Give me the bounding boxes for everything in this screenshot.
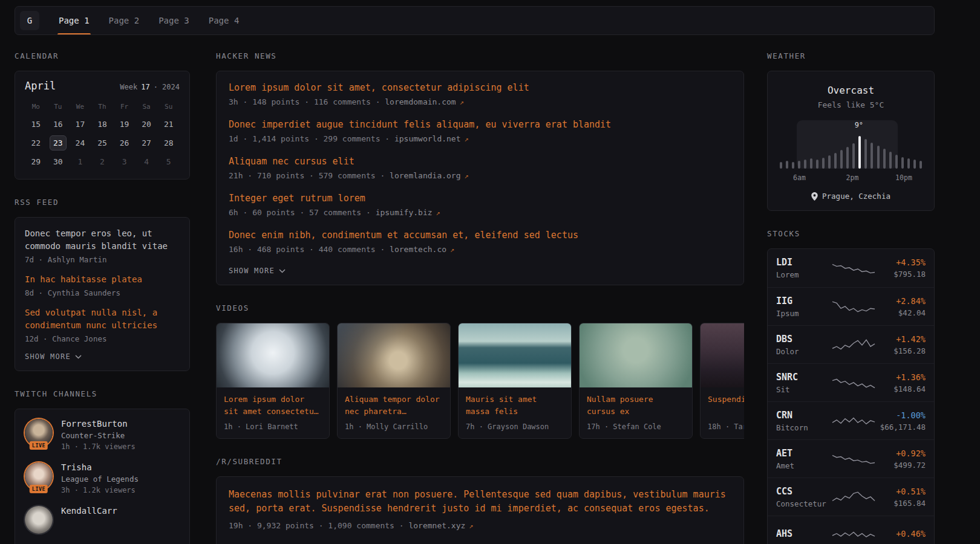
weather-hour-bar	[864, 139, 867, 169]
stock-name: Amet	[776, 461, 832, 470]
page-tab-label: Page 3	[158, 16, 189, 25]
stock-row: CRN Bitcorn -1.00% $66,171.48	[768, 401, 934, 439]
hn-story-link[interactable]: Aliquam nec cursus elit	[229, 156, 731, 167]
weather-hour-bar	[816, 160, 818, 169]
stock-values: +1.36% $148.64	[875, 372, 926, 393]
stock-values: +4.35% $795.18	[875, 257, 926, 279]
hn-story-domain-link[interactable]: loremlandia.org	[390, 171, 460, 180]
calendar-day-number: 15	[27, 117, 44, 132]
hn-story-link[interactable]: Donec imperdiet augue tincidunt felis al…	[229, 119, 731, 130]
rss-article-link[interactable]: Sed volutpat nulla nisl, a condimentum n…	[25, 306, 180, 332]
stocks-widget: STOCKS LDI Lorem +4.35% $795.18 IIG Ipsu…	[767, 229, 935, 544]
hn-story-link[interactable]: Donec enim nibh, condimentum et accumsan…	[229, 230, 731, 241]
video-card[interactable]: Mauris sit amet massa felis 7h · Grayson…	[458, 323, 572, 439]
hn-story-stats: 1d · 1,414 points · 299 comments ·	[229, 134, 394, 143]
hn-story-domain-link[interactable]: loremtech.co	[390, 245, 446, 254]
rss-article-link[interactable]: In hac habitasse platea	[25, 273, 180, 286]
video-card[interactable]: Suspendisse diam 18h · Tara	[700, 323, 744, 439]
stock-ticker: SNRC	[776, 372, 832, 383]
rss-show-more-button[interactable]: SHOW MORE	[25, 352, 82, 361]
video-card-body: Lorem ipsum dolor sit amet consectetu… 1…	[217, 387, 329, 438]
page-tabs: Page 1 Page 2 Page 3 Page 4	[57, 7, 257, 34]
middle-column: HACKER NEWS Lorem ipsum dolor sit amet, …	[216, 51, 744, 544]
time-tick: 10pm	[895, 173, 912, 182]
stock-row: IIG Ipsum +2.84% $42.04	[768, 287, 934, 325]
channel-name[interactable]: KendallCarr	[61, 506, 117, 516]
video-thumbnail[interactable]	[459, 323, 571, 387]
calendar-card: April Week 17 · 2024 MoTuWeThFrSaSu 15 1…	[15, 71, 190, 180]
video-card[interactable]: Nullam posuere cursus ex 17h · Stefan Co…	[579, 323, 693, 439]
twitch-channel[interactable]: LIVE Trisha League of Legends 3h · 1.2k …	[25, 462, 180, 494]
channel-name[interactable]: ForrestBurton	[61, 419, 136, 429]
stock-identity: CCS Consectetur	[776, 486, 832, 508]
calendar-day: 21	[157, 117, 180, 132]
weather-hour-bar	[798, 161, 800, 169]
video-card[interactable]: Lorem ipsum dolor sit amet consectetu… 1…	[216, 323, 330, 439]
video-title[interactable]: Lorem ipsum dolor sit amet consectetu…	[224, 393, 322, 418]
weather-chart: 9°	[777, 120, 924, 169]
videos-section-title: VIDEOS	[216, 303, 744, 312]
calendar-day-number: 22	[27, 135, 44, 151]
stock-sparkline	[832, 261, 875, 276]
hn-story-domain-link[interactable]: loremdomain.com	[385, 97, 456, 106]
video-title[interactable]: Suspendisse diam	[708, 393, 744, 418]
stock-name: Ipsum	[776, 309, 832, 318]
stock-ticker: CRN	[776, 410, 832, 421]
video-thumbnail[interactable]	[701, 323, 744, 387]
twitch-channel[interactable]: KendallCarr	[25, 506, 180, 534]
hn-story-meta: 16h · 468 points · 440 comments · loremt…	[229, 245, 731, 254]
hn-story-domain-link[interactable]: ipsumify.biz	[376, 208, 433, 217]
stock-price: $795.18	[875, 270, 926, 279]
page-tab[interactable]: Page 2	[108, 7, 141, 34]
rss-article-link[interactable]: Donec tempor eros leo, ut commodo mauris…	[25, 227, 180, 253]
video-title[interactable]: Nullam posuere cursus ex	[587, 393, 685, 418]
calendar-day-number: 24	[71, 135, 88, 151]
video-meta: 1h · Molly Carrillo	[345, 423, 443, 431]
app-logo[interactable]: G	[20, 11, 39, 30]
video-thumbnail[interactable]	[217, 323, 329, 387]
left-column: CALENDAR April Week 17 · 2024 MoTuWeThFr…	[15, 51, 190, 544]
stock-change: +4.35%	[875, 257, 926, 267]
calendar-week-label: Week 17 · 2024	[120, 83, 180, 91]
video-card[interactable]: Aliquam tempor dolor nec pharetra… 1h · …	[337, 323, 451, 439]
page-tab[interactable]: Page 4	[207, 7, 241, 34]
subreddit-post: Maecenas mollis pulvinar erat non posuer…	[229, 488, 731, 530]
hacker-news-card: Lorem ipsum dolor sit amet, consectetur …	[216, 71, 744, 285]
video-thumbnail[interactable]	[580, 323, 692, 387]
calendar-day-number: 25	[94, 135, 111, 151]
top-nav: G Page 1 Page 2 Page 3 Page 4	[15, 6, 935, 35]
calendar-weekday: Sa	[136, 103, 158, 111]
stock-price: $165.84	[875, 499, 926, 508]
channel-name[interactable]: Trisha	[61, 462, 139, 472]
weather-hour-bar	[852, 143, 855, 169]
hn-story-domain-link[interactable]: ipsumworld.net	[394, 134, 461, 143]
calendar-day: 2	[91, 154, 114, 169]
stock-sparkline	[832, 451, 875, 467]
stock-values: -1.00% $66,171.48	[875, 410, 926, 432]
subreddit-post-link[interactable]: Maecenas mollis pulvinar erat non posuer…	[229, 488, 731, 516]
stock-ticker: AHS	[776, 528, 832, 539]
stock-name: Sit	[776, 385, 832, 394]
subreddit-post-domain-link[interactable]: loremnet.xyz	[408, 521, 465, 530]
channel-avatar: LIVE	[25, 462, 53, 490]
weather-current-temp: 9°	[855, 121, 863, 129]
video-thumbnail[interactable]	[338, 323, 450, 387]
stock-change: +0.51%	[875, 487, 926, 496]
videos-scroll-row[interactable]: Lorem ipsum dolor sit amet consectetu… 1…	[216, 323, 744, 439]
stock-identity: AET Amet	[776, 448, 832, 470]
weather-hour-bar	[877, 146, 880, 169]
hn-show-more-button[interactable]: SHOW MORE	[229, 267, 286, 275]
video-title[interactable]: Mauris sit amet massa felis	[466, 393, 564, 418]
hn-story-link[interactable]: Lorem ipsum dolor sit amet, consectetur …	[229, 82, 731, 93]
external-link-icon: ↗	[450, 245, 454, 254]
page-tab[interactable]: Page 3	[157, 7, 191, 34]
stock-price: $499.72	[875, 461, 926, 470]
hn-story-link[interactable]: Integer eget rutrum lorem	[229, 193, 731, 204]
stock-price: $148.64	[875, 384, 926, 393]
stock-ticker: IIG	[776, 296, 832, 306]
page-tab[interactable]: Page 1	[57, 7, 91, 34]
rss-article-meta: 8d · Cynthia Saunders	[25, 288, 180, 297]
hn-story-meta: 3h · 148 points · 116 comments · loremdo…	[229, 97, 731, 106]
video-title[interactable]: Aliquam tempor dolor nec pharetra…	[345, 393, 443, 418]
twitch-channel[interactable]: LIVE ForrestBurton Counter-Strike 1h · 1…	[25, 419, 180, 451]
